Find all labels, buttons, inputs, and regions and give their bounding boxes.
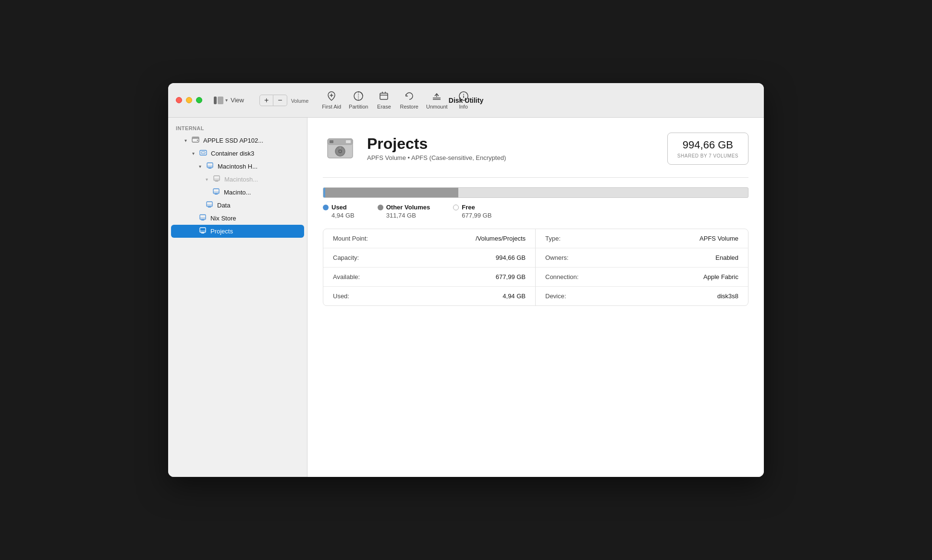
info-label: Info — [459, 104, 467, 110]
legend-used-value: 4,94 GB — [323, 212, 355, 219]
volume-size-label: SHARED BY 7 VOLUMES — [677, 153, 738, 158]
partition-label: Partition — [349, 104, 368, 110]
remove-volume-button[interactable]: − — [273, 95, 287, 106]
volume-icon — [206, 162, 214, 170]
restore-label: Restore — [400, 104, 418, 110]
legend-dot-other — [378, 205, 383, 210]
sidebar-item-projects[interactable]: Projects — [171, 225, 304, 238]
add-volume-button[interactable]: + — [259, 95, 273, 106]
svg-rect-6 — [380, 93, 388, 99]
restore-icon — [404, 91, 415, 103]
firstaid-label: First Aid — [322, 104, 341, 110]
svg-point-12 — [463, 94, 464, 95]
sidebar-item-nix-store[interactable]: Nix Store — [171, 212, 304, 225]
detail-val-mount: /Volumes/Projects — [476, 235, 526, 242]
minimize-button[interactable] — [186, 97, 192, 103]
details-col-right: Type: APFS Volume Owners: Enabled Connec… — [536, 229, 748, 305]
volume-icon — [199, 214, 207, 222]
sidebar-item-apple-ssd[interactable]: ▾ APPLE SSD AP102... — [171, 134, 304, 147]
detail-row-available: Available: 677,99 GB — [323, 268, 535, 287]
detail-key-capacity: Capacity: — [333, 254, 359, 261]
restore-button[interactable]: Restore — [396, 89, 422, 111]
legend-used: Used 4,94 GB — [323, 204, 355, 219]
sidebar-item-label: Macinto... — [224, 189, 251, 196]
svg-rect-29 — [208, 207, 211, 207]
window-title: Disk Utility — [449, 97, 483, 104]
svg-rect-27 — [207, 202, 212, 207]
unmount-button[interactable]: Unmount — [422, 89, 452, 111]
sidebar-item-container-disk3[interactable]: ▾ Container disk3 — [171, 147, 304, 160]
maximize-button[interactable] — [196, 97, 202, 103]
erase-button[interactable]: Erase — [372, 89, 396, 111]
svg-rect-43 — [346, 140, 351, 143]
svg-rect-21 — [214, 176, 220, 181]
svg-rect-23 — [215, 181, 218, 182]
legend-used-label: Used — [331, 204, 347, 211]
separator — [323, 177, 748, 178]
svg-rect-16 — [200, 150, 207, 155]
legend-other: Other Volumes 311,74 GB — [378, 204, 430, 219]
detail-val-used: 4,94 GB — [503, 292, 526, 300]
detail-val-type: APFS Volume — [699, 235, 738, 242]
storage-bar — [323, 187, 748, 198]
storage-bar-container: Used 4,94 GB Other Volumes 311,74 GB — [323, 187, 748, 219]
detail-val-available: 677,99 GB — [496, 273, 526, 280]
sidebar-item-macintosh-h[interactable]: ▾ Macintosh H... — [171, 160, 304, 173]
volume-size-box: 994,66 GB SHARED BY 7 VOLUMES — [667, 133, 748, 165]
volume-icon — [212, 188, 220, 196]
chevron-icon: ▾ — [192, 151, 195, 156]
view-chevron-icon: ▾ — [225, 97, 228, 103]
app-window: ▾ View + − Volume First — [168, 83, 764, 477]
sidebar-item-data[interactable]: Data — [171, 199, 304, 212]
detail-key-mount: Mount Point: — [333, 235, 368, 242]
svg-rect-1 — [218, 97, 223, 104]
detail-key-used: Used: — [333, 292, 349, 300]
erase-label: Erase — [377, 104, 391, 110]
unmount-label: Unmount — [426, 104, 448, 110]
svg-point-15 — [197, 140, 198, 141]
detail-row-mount: Mount Point: /Volumes/Projects — [323, 229, 535, 248]
detail-row-device: Device: disk3s8 — [536, 287, 748, 305]
sidebar-item-label: Projects — [210, 228, 233, 235]
detail-pane: Projects APFS Volume • APFS (Case-sensit… — [307, 118, 764, 477]
detail-key-device: Device: — [545, 292, 566, 300]
volume-title: Projects APFS Volume • APFS (Case-sensit… — [367, 135, 667, 161]
svg-rect-30 — [200, 215, 206, 219]
legend-free-label: Free — [462, 204, 475, 211]
view-control[interactable]: ▾ View — [210, 95, 248, 106]
sidebar-item-macinto[interactable]: Macinto... — [171, 186, 304, 199]
legend-used-header: Used — [323, 204, 355, 211]
svg-rect-17 — [201, 152, 205, 154]
detail-val-device: disk3s8 — [717, 292, 738, 300]
svg-rect-20 — [208, 168, 211, 169]
chevron-icon: ▾ — [184, 138, 187, 143]
svg-rect-32 — [201, 219, 204, 220]
svg-point-40 — [340, 151, 341, 152]
detail-row-owners: Owners: Enabled — [536, 248, 748, 268]
volume-name: Projects — [367, 135, 667, 152]
main-area: Internal ▾ APPLE SSD AP102... ▾ — [168, 118, 764, 477]
partition-button[interactable]: Partition — [345, 89, 372, 111]
svg-rect-24 — [213, 189, 219, 194]
container-icon — [199, 149, 207, 158]
sidebar-item-macintosh-dim[interactable]: ▾ Macintosh... — [171, 173, 304, 186]
sidebar-section-internal: Internal — [168, 125, 307, 134]
sidebar-item-label: Container disk3 — [211, 150, 254, 157]
drive-icon — [192, 136, 199, 145]
svg-rect-35 — [201, 232, 204, 233]
close-button[interactable] — [176, 97, 182, 103]
firstaid-button[interactable]: First Aid — [318, 89, 345, 111]
detail-row-used: Used: 4,94 GB — [323, 287, 535, 305]
svg-rect-33 — [200, 228, 206, 232]
detail-val-owners: Enabled — [715, 254, 738, 261]
sidebar-item-label: APPLE SSD AP102... — [203, 137, 263, 144]
sidebar-toggle-icon — [214, 97, 223, 104]
titlebar: ▾ View + − Volume First — [168, 83, 764, 118]
traffic-lights — [176, 97, 202, 103]
chevron-icon: ▾ — [206, 177, 208, 182]
detail-key-type: Type: — [545, 235, 561, 242]
volume-active-icon — [199, 227, 207, 235]
legend-free: Free 677,99 GB — [453, 204, 491, 219]
unmount-icon — [431, 91, 442, 103]
legend-dot-used — [323, 205, 329, 210]
